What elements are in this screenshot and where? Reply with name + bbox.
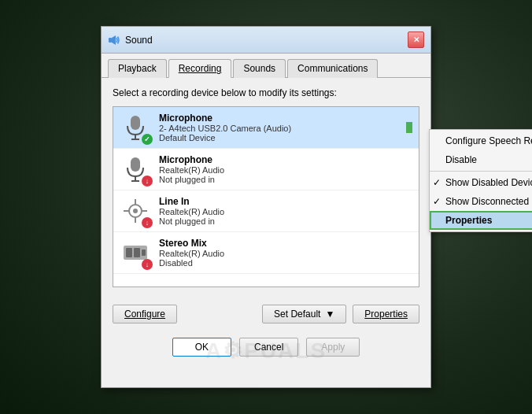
ctx-disable[interactable]: Disable: [430, 150, 532, 169]
dropdown-arrow-icon: ▼: [325, 309, 334, 320]
ok-button[interactable]: OK: [172, 338, 231, 357]
device-item-2[interactable]: ↓ Line In Realtek(R) Audio Not plugged i…: [113, 190, 419, 232]
close-button[interactable]: ✕: [408, 31, 424, 48]
bottom-buttons-row: Configure Set Default ▼ Properties: [102, 297, 430, 331]
tab-communications[interactable]: Communications: [287, 59, 378, 78]
device-item-3[interactable]: ↓ Stereo Mix Realtek(R) Audio Disabled: [113, 232, 419, 274]
status-badge-1: ↓: [142, 176, 153, 187]
status-badge-3: ↓: [142, 259, 153, 270]
dialog-action-row: OK Cancel Apply: [102, 331, 430, 366]
svg-rect-17: [142, 250, 146, 256]
svg-marker-1: [112, 35, 116, 45]
tab-sounds[interactable]: Sounds: [233, 59, 286, 78]
tab-playback[interactable]: Playback: [108, 59, 167, 78]
device-name-0: Microphone: [159, 113, 398, 124]
title-bar-left: Sound: [108, 34, 153, 46]
svg-rect-2: [131, 116, 140, 130]
check-icon-1: ✓: [433, 177, 445, 188]
device-sub-2: Realtek(R) Audio: [159, 207, 412, 216]
device-icon-wrap-1: ↓: [120, 153, 151, 185]
level-bars-0: [406, 122, 412, 133]
svg-point-9: [133, 209, 138, 213]
device-name-3: Stereo Mix: [159, 238, 412, 249]
ctx-separator-1: [430, 171, 532, 172]
device-status-3: Disabled: [159, 258, 412, 268]
status-badge-0: ✓: [142, 134, 153, 145]
device-info-1: Microphone Realtek(R) Audio Not plugged …: [159, 154, 412, 184]
device-item-1[interactable]: ↓ Microphone Realtek(R) Audio Not plugge…: [113, 149, 419, 190]
tab-bar: Playback Recording Sounds Communications: [102, 54, 430, 78]
configure-button[interactable]: Configure: [113, 305, 177, 323]
device-status-2: Not plugged in: [159, 216, 412, 226]
svg-rect-15: [126, 248, 132, 257]
ctx-configure-speech[interactable]: Configure Speech Recognition: [430, 131, 532, 150]
instruction-text: Select a recording device below to modif…: [113, 87, 419, 98]
status-badge-2: ↓: [142, 217, 153, 228]
device-info-0: Microphone 2- A4tech USB2.0 Camera (Audi…: [159, 113, 398, 142]
svg-rect-0: [109, 38, 112, 43]
set-default-button[interactable]: Set Default ▼: [262, 305, 346, 323]
check-icon-2: ✓: [433, 196, 445, 207]
apply-button[interactable]: Apply: [306, 338, 360, 357]
properties-button[interactable]: Properties: [353, 305, 419, 323]
device-item-0[interactable]: ✓ Microphone 2- A4tech USB2.0 Camera (Au…: [113, 107, 419, 149]
sound-icon: [108, 34, 120, 46]
device-icon-wrap-3: ↓: [120, 237, 151, 268]
device-status-0: Default Device: [159, 133, 398, 142]
device-info-2: Line In Realtek(R) Audio Not plugged in: [159, 196, 412, 226]
device-icon-wrap-0: ✓: [120, 112, 151, 143]
title-bar: Sound ✕: [102, 27, 430, 54]
ctx-show-disconnected[interactable]: ✓ Show Disconnected Devices: [430, 192, 532, 211]
device-status-1: Not plugged in: [159, 175, 412, 184]
window-title: Sound: [125, 35, 153, 46]
device-sub-3: Realtek(R) Audio: [159, 249, 412, 258]
sound-dialog: Sound ✕ Playback Recording Sounds Commun…: [101, 26, 431, 388]
ctx-properties[interactable]: Properties: [430, 211, 532, 230]
svg-rect-16: [134, 248, 140, 257]
device-sub-1: Realtek(R) Audio: [159, 165, 412, 175]
device-name-1: Microphone: [159, 154, 412, 165]
ctx-show-disabled[interactable]: ✓ Show Disabled Devices: [430, 173, 532, 192]
context-menu: Configure Speech Recognition Disable ✓ S…: [429, 129, 532, 232]
device-info-3: Stereo Mix Realtek(R) Audio Disabled: [159, 238, 412, 268]
tab-recording[interactable]: Recording: [168, 59, 232, 78]
device-name-2: Line In: [159, 196, 412, 207]
device-icon-wrap-2: ↓: [120, 195, 151, 227]
dialog-content: Select a recording device below to modif…: [102, 78, 430, 297]
cancel-button[interactable]: Cancel: [239, 338, 298, 357]
device-sub-0: 2- A4tech USB2.0 Camera (Audio): [159, 124, 398, 133]
device-list[interactable]: ✓ Microphone 2- A4tech USB2.0 Camera (Au…: [113, 106, 419, 287]
svg-rect-5: [131, 157, 140, 172]
